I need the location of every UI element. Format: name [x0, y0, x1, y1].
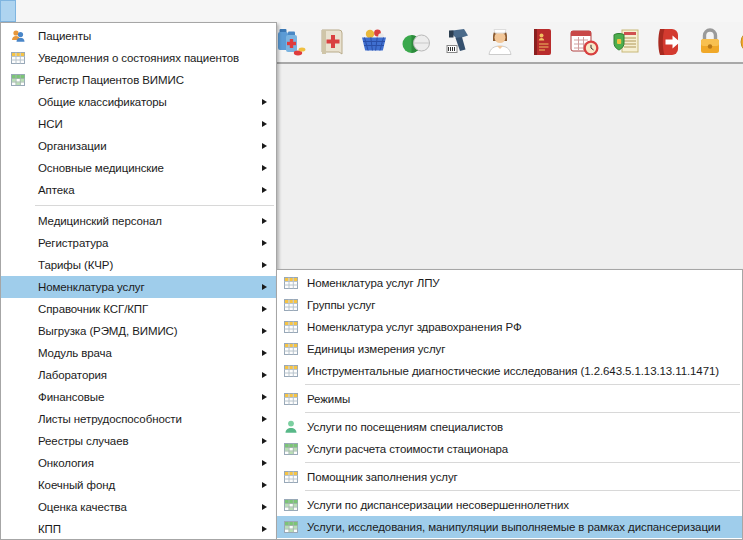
submenu-arrow-icon — [262, 416, 267, 422]
menu-item-label: КПП — [38, 523, 61, 535]
menu-item-label: Реестры случаев — [38, 435, 128, 447]
menu-item[interactable]: Тарифы (КЧР) — [1, 254, 276, 276]
submenu-item-label: Услуги по посещениям специалистов — [307, 421, 503, 433]
menu-item-label: Выгрузка (РЭМД, ВИМИС) — [38, 325, 178, 337]
menubar-item[interactable] — [43, 1, 57, 21]
submenu-item-label: Инструментальные диагностические исследо… — [307, 365, 719, 377]
menu-item[interactable]: НСИ — [1, 113, 276, 135]
submenu-item-label: Группы услуг — [307, 299, 375, 311]
submenu-arrow-icon — [262, 328, 267, 334]
menu-item[interactable]: Модуль врача — [1, 342, 276, 364]
submenu-item[interactable]: Услуги, исследования, манипуляции выполн… — [277, 516, 742, 538]
lock-icon[interactable] — [694, 26, 726, 58]
submenu-item[interactable]: Услуги расчета стоимости стационара — [277, 438, 742, 460]
menubar-item[interactable] — [113, 1, 127, 21]
menu-item[interactable]: Медицинский персонал — [1, 210, 276, 232]
menu-item-label: Основные медицинские — [38, 162, 164, 174]
clipped-edge-icon[interactable] — [736, 26, 743, 58]
menu-item[interactable]: Выгрузка (РЭМД, ВИМИС) — [1, 320, 276, 342]
menu-item-label: Онкология — [38, 457, 94, 469]
nurse-icon[interactable] — [484, 26, 516, 58]
menu-item-label: Регистратура — [38, 237, 108, 249]
menu-item[interactable]: Реестры случаев — [1, 430, 276, 452]
menubar-item[interactable] — [85, 1, 99, 21]
barcode-scanner-icon[interactable] — [442, 26, 474, 58]
menu-item-label: Модуль врача — [38, 347, 112, 359]
submenu-item[interactable]: Номенклатура услуг ЛПУ — [277, 272, 742, 294]
exit-icon[interactable] — [652, 26, 684, 58]
menu-item-label: Справочник КСГ/КПГ — [38, 303, 148, 315]
submenu-item[interactable]: Помощник заполнения услуг — [277, 466, 742, 488]
menu-item[interactable]: Основные медицинские — [1, 157, 276, 179]
menu-item[interactable]: Уведомления о состояниях пациентов — [1, 47, 276, 69]
submenu-arrow-icon — [262, 526, 267, 532]
menubar-item[interactable] — [15, 1, 29, 21]
submenu-item-label: Номенклатура услуг здравохранения РФ — [307, 321, 522, 333]
table-yellow-icon — [283, 363, 299, 379]
submenu-item[interactable]: Номенклатура услуг здравохранения РФ — [277, 316, 742, 338]
submenu-item-label: Режимы — [307, 393, 350, 405]
menu-item[interactable]: Общие классификаторы — [1, 91, 276, 113]
menu-item-label: Уведомления о состояниях пациентов — [38, 52, 239, 64]
menu-item[interactable]: Коечный фонд — [1, 474, 276, 496]
menu-item[interactable]: Листы нетрудоспособности — [1, 408, 276, 430]
submenu-item[interactable]: Группы услуг — [277, 294, 742, 316]
submenu-item-label: Единицы измерения услуг — [307, 343, 445, 355]
menu-separator — [305, 412, 740, 413]
menu-item[interactable]: Финансовые — [1, 386, 276, 408]
nomenklatura-uslug-submenu: Номенклатура услуг ЛПУ Группы услуг Номе… — [276, 269, 743, 540]
menu-item-label: Листы нетрудоспособности — [38, 413, 182, 425]
menu-item[interactable]: Лаборатория — [1, 364, 276, 386]
pills-icon[interactable] — [400, 26, 432, 58]
menubar-item[interactable] — [57, 1, 71, 21]
table-yellow-icon — [283, 275, 299, 291]
submenu-item[interactable]: Режимы — [277, 388, 742, 410]
submenu-arrow-icon — [262, 460, 267, 466]
submenu-arrow-icon — [262, 99, 267, 105]
submenu-item[interactable]: Услуги по диспансеризации несовершенноле… — [277, 494, 742, 516]
menu-item[interactable]: Пациенты — [1, 25, 276, 47]
menu-item[interactable]: Аптека — [1, 179, 276, 201]
submenu-item-label: Услуги по диспансеризации несовершенноле… — [307, 499, 569, 511]
menu-item-label: Медицинский персонал — [38, 215, 162, 227]
medicines-icon[interactable] — [274, 26, 306, 58]
submenu-item-label: Услуги, исследования, манипуляции выполн… — [307, 521, 721, 533]
menubar-item[interactable] — [71, 1, 85, 21]
menu-item-label: НСИ — [38, 118, 63, 130]
table-yellow-icon — [283, 391, 299, 407]
menu-item[interactable]: Организации — [1, 135, 276, 157]
submenu-arrow-icon — [262, 306, 267, 312]
menu-item[interactable]: Онкология — [1, 452, 276, 474]
menubar-item[interactable] — [1, 1, 15, 21]
menu-item-label: Номенклатура услуг — [38, 281, 145, 293]
menu-item-label: Оценка качества — [38, 501, 127, 513]
menu-item-label: Тарифы (КЧР) — [38, 259, 113, 271]
secure-records-icon[interactable] — [610, 26, 642, 58]
submenu-arrow-icon — [262, 350, 267, 356]
submenu-item[interactable]: Инструментальные диагностические исследо… — [277, 360, 742, 382]
personnel-document-icon[interactable] — [526, 26, 558, 58]
specialist-icon — [283, 419, 299, 435]
table-green-icon — [283, 497, 299, 513]
menu-item[interactable]: КПП — [1, 518, 276, 540]
submenu-arrow-icon — [262, 143, 267, 149]
patients-icon — [10, 28, 26, 44]
submenu-arrow-icon — [262, 121, 267, 127]
app-window: { "menubar": { "items": [ {"label": "Спр… — [0, 0, 743, 540]
schedule-clock-icon[interactable] — [568, 26, 600, 58]
medical-reference-book-icon[interactable] — [316, 26, 348, 58]
submenu-arrow-icon — [262, 240, 267, 246]
submenu-item[interactable]: Услуги по посещениям специалистов — [277, 416, 742, 438]
menubar-item[interactable] — [29, 1, 43, 21]
menu-item[interactable]: Регистр Пациентов ВИМИС — [1, 69, 276, 91]
pharmacy-basket-icon[interactable] — [358, 26, 390, 58]
submenu-item[interactable]: Единицы измерения услуг — [277, 338, 742, 360]
submenu-arrow-icon — [262, 262, 267, 268]
menubar-item[interactable] — [99, 1, 113, 21]
submenu-item-label: Помощник заполнения услуг — [307, 471, 458, 483]
menu-item[interactable]: Справочник КСГ/КПГ — [1, 298, 276, 320]
menu-item[interactable]: Оценка качества — [1, 496, 276, 518]
menu-item[interactable]: Регистратура — [1, 232, 276, 254]
table-green-icon — [283, 441, 299, 457]
menu-item[interactable]: Номенклатура услуг — [1, 276, 276, 298]
